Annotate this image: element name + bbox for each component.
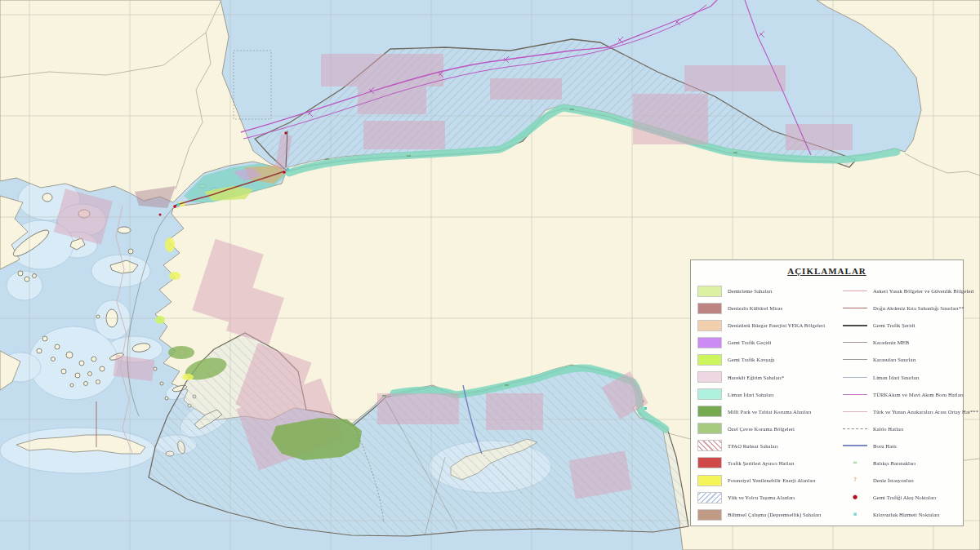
legend-title: AÇIKLAMALAR — [691, 266, 963, 276]
legend-item-label: Demirleme Sahaları — [728, 288, 773, 294]
legend-item-label: Boru Hattı — [873, 443, 897, 449]
legend-item: Gemi Trafik Şeridi — [843, 317, 962, 334]
legend-line-symbol — [843, 325, 867, 326]
legend-item-label: Askeri Yasak Bölgeler ve Güvenlik Bölgel… — [873, 288, 974, 294]
legend-right-column: Askeri Yasak Bölgeler ve Güvenlik Bölgel… — [843, 282, 962, 523]
legend-swatch — [697, 303, 722, 314]
legend-item: Potansiyel Yenilenebilir Enerji Alanları — [697, 472, 836, 489]
legend-item-label: Yük ve Yolcu Taşıma Alanları — [728, 495, 795, 500]
legend-marker-symbol: ? — [843, 477, 867, 483]
legend-item: ▪Kılavuzluk Hizmeti Noktaları — [843, 506, 962, 523]
legend-item-label: Türk ve Yunan Anakaraları Arası Ortay Ha… — [873, 409, 978, 415]
legend-panel: AÇIKLAMALAR Demirleme Sahaları Denizaltı… — [690, 259, 964, 526]
legend-item-label: Karadeniz MEB — [873, 339, 909, 345]
legend-line-symbol — [843, 428, 867, 429]
legend-marker-symbol: ▪ — [843, 512, 867, 517]
legend-item: ≈Balıkçı Barınakları — [843, 455, 962, 472]
legend-item-label: Gemi Trafik Şeridi — [873, 322, 915, 328]
legend-item-label: Milli Park ve Tabiat Koruma Alanları — [728, 409, 811, 415]
legend-item: Boru Hattı — [843, 437, 962, 455]
legend-swatch — [697, 440, 722, 451]
legend-item-label: Liman İdari Sınırları — [873, 375, 920, 380]
legend-item-label: Harekât Eğitim Sahaları* — [728, 375, 784, 380]
legend-item: Milli Park ve Tabiat Koruma Alanları — [697, 403, 836, 420]
legend-left-column: Demirleme Sahaları Denizaltı Kültürel Mi… — [697, 282, 836, 523]
legend-line-symbol — [843, 394, 867, 395]
legend-item-label: TÜRKAkım ve Mavi Akım Boru Hatları — [873, 392, 964, 397]
legend-item-label: Doğu Akdeniz Kıta Sahanlığı Sınırları** — [873, 305, 964, 311]
legend-item: Karadeniz MEB — [843, 334, 962, 351]
legend-item: Türk ve Yunan Anakaraları Arası Ortay Ha… — [843, 403, 962, 420]
legend-item: TPAO Ruhsat Sahaları — [697, 437, 836, 455]
legend-item: ●Gemi Trafiği Akış Noktaları — [843, 489, 962, 506]
legend-item-label: Deniz İstasyonları — [873, 477, 914, 483]
legend-item-label: Gemi Trafik Kavşağı — [728, 357, 775, 362]
legend-item-label: Gemi Trafiği Akış Noktaları — [873, 495, 936, 500]
legend-line-symbol — [843, 377, 867, 378]
legend-item-label: TPAO Ruhsat Sahaları — [728, 443, 778, 449]
legend-marker-symbol: ● — [843, 495, 867, 500]
legend-item: Trafik Şeritleri Ayırıcı Hatları — [697, 455, 836, 472]
legend-line-symbol — [843, 308, 867, 308]
legend-item: TÜRKAkım ve Mavi Akım Boru Hatları — [843, 386, 962, 403]
legend-item-label: Özel Çevre Koruma Bölgeleri — [728, 426, 795, 432]
legend-item: Kablo Hatları — [843, 420, 962, 437]
legend-swatch — [697, 388, 722, 400]
legend-swatch — [697, 509, 722, 521]
legend-item-label: Balıkçı Barınakları — [873, 460, 915, 466]
map-application-window: AÇIKLAMALAR Demirleme Sahaları Denizaltı… — [0, 0, 980, 550]
legend-item-label: Kılavuzluk Hizmeti Noktaları — [873, 512, 940, 517]
legend-item: ?Deniz İstasyonları — [843, 472, 962, 489]
legend-line-symbol — [843, 445, 867, 446]
legend-item: Gemi Trafik Kavşağı — [697, 351, 836, 368]
legend-item-label: Karasuları Sınırları — [873, 357, 916, 362]
legend-item: Özel Çevre Koruma Bölgeleri — [697, 420, 836, 437]
legend-swatch — [697, 320, 722, 331]
legend-item: Harekât Eğitim Sahaları* — [697, 368, 836, 385]
legend-item: Karasuları Sınırları — [843, 351, 962, 368]
legend-line-symbol — [843, 342, 867, 343]
legend-item-label: Denizaltı Kültürel Miras — [728, 305, 782, 311]
legend-item: Demirleme Sahaları — [697, 282, 836, 299]
legend-item-label: Potansiyel Yenilenebilir Enerji Alanları — [728, 477, 816, 483]
legend-item: Liman İdari Sınırları — [843, 368, 962, 385]
legend-swatch — [697, 286, 722, 297]
legend-item-label: Gemi Trafik Geçidi — [728, 339, 771, 345]
legend-swatch — [697, 371, 722, 383]
legend-line-symbol — [843, 359, 867, 360]
legend-swatch — [697, 475, 722, 486]
legend-item: Liman İdari Sahaları — [697, 386, 836, 403]
legend-swatch — [697, 354, 722, 366]
legend-swatch — [697, 406, 722, 417]
legend-line-symbol — [843, 411, 867, 412]
legend-swatch — [697, 423, 722, 434]
legend-item: Denizaltı Kültürel Miras — [697, 299, 836, 317]
legend-item-label: Trafik Şeritleri Ayırıcı Hatları — [728, 460, 795, 466]
legend-marker-symbol: ≈ — [843, 460, 867, 466]
legend-item-label: Liman İdari Sahaları — [728, 392, 774, 397]
legend-item: Bilimsel Çalışma (Depremsellik) Sahaları — [697, 506, 836, 523]
legend-swatch — [697, 492, 722, 503]
legend-swatch — [697, 457, 722, 468]
legend-item: Askeri Yasak Bölgeler ve Güvenlik Bölgel… — [843, 282, 962, 299]
legend-item: Yük ve Yolcu Taşıma Alanları — [697, 489, 836, 506]
legend-item: Denizüstü Rüzgar Enerjisi YEKA Bölgeleri — [697, 317, 836, 334]
legend-item-label: Kablo Hatları — [873, 426, 903, 432]
legend-item: Doğu Akdeniz Kıta Sahanlığı Sınırları** — [843, 299, 962, 317]
legend-item-label: Denizüstü Rüzgar Enerjisi YEKA Bölgeleri — [728, 322, 825, 328]
legend-swatch — [697, 337, 722, 348]
legend-item-label: Bilimsel Çalışma (Depremsellik) Sahaları — [728, 512, 821, 517]
legend-line-symbol — [843, 291, 867, 291]
legend-item: Gemi Trafik Geçidi — [697, 334, 836, 351]
